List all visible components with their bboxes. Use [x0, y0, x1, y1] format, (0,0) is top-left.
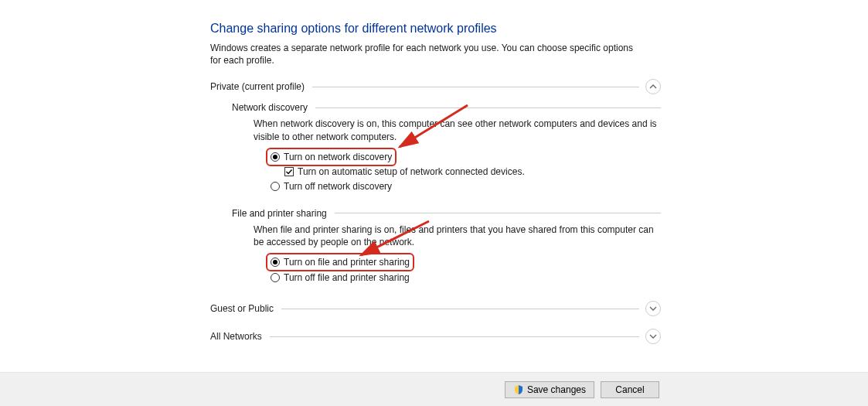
file-printer-section: File and printer sharing When file and p… [232, 208, 661, 285]
content-area: Change sharing options for different net… [0, 0, 661, 344]
checkbox-auto-setup[interactable]: Turn on automatic setup of network conne… [281, 165, 661, 179]
profile-guest-header[interactable]: Guest or Public [210, 301, 661, 316]
radio-file-printer-off[interactable]: Turn off file and printer sharing [267, 270, 413, 285]
divider [270, 336, 639, 337]
radio-icon [271, 273, 280, 282]
save-button[interactable]: Save changes [505, 381, 594, 398]
radio-label: Turn on file and printer sharing [284, 255, 410, 269]
save-button-label: Save changes [527, 384, 586, 395]
file-printer-body: When file and printer sharing is on, fil… [254, 223, 661, 248]
page-description: Windows creates a separate network profi… [210, 42, 643, 67]
radio-network-discovery-on[interactable]: Turn on network discovery [267, 149, 395, 165]
profile-guest-label: Guest or Public [210, 303, 281, 314]
radio-file-printer-on[interactable]: Turn on file and printer sharing [267, 254, 413, 270]
chevron-down-icon[interactable] [645, 329, 661, 344]
divider [312, 87, 639, 87]
radio-icon [271, 152, 280, 162]
file-printer-heading: File and printer sharing [232, 208, 335, 219]
profile-private-label: Private (current profile) [210, 81, 312, 92]
network-discovery-body: When network discovery is on, this compu… [254, 118, 661, 142]
button-bar: Save changes Cancel [0, 372, 868, 406]
chevron-up-icon[interactable] [645, 79, 661, 94]
cancel-button[interactable]: Cancel [601, 381, 659, 398]
page-title: Change sharing options for different net… [210, 22, 661, 36]
shield-icon [513, 384, 524, 395]
network-discovery-heading: Network discovery [232, 102, 315, 113]
divider [281, 309, 639, 309]
profile-private-header[interactable]: Private (current profile) [210, 79, 661, 94]
radio-network-discovery-off[interactable]: Turn off network discovery [267, 179, 395, 194]
radio-label: Turn off network discovery [284, 179, 392, 193]
chevron-down-icon[interactable] [645, 301, 661, 316]
checkbox-label: Turn on automatic setup of network conne… [298, 165, 525, 179]
radio-icon [271, 182, 280, 191]
profile-all-networks-header[interactable]: All Networks [210, 329, 661, 344]
checkbox-icon [284, 167, 294, 176]
profile-all-networks-label: All Networks [210, 331, 270, 342]
radio-label: Turn on network discovery [284, 150, 392, 164]
radio-icon [271, 258, 280, 267]
divider [315, 107, 661, 108]
cancel-button-label: Cancel [615, 384, 644, 395]
radio-label: Turn off file and printer sharing [284, 271, 410, 285]
network-discovery-section: Network discovery When network discovery… [232, 102, 661, 193]
divider [335, 213, 661, 213]
